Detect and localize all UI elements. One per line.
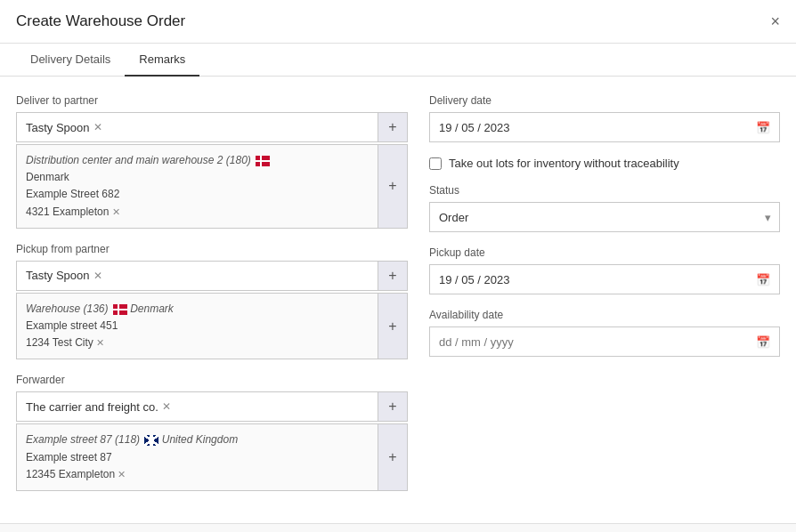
forwarder-tag: The carrier and freight co. ✕ (26, 400, 171, 414)
modal-header: Create Warehouse Order × (0, 0, 796, 44)
pickup-date-group: Pickup date 📅 (429, 246, 780, 294)
pickup-date-label: Pickup date (429, 246, 780, 259)
forwarder-address-street: Example street 87 (26, 449, 369, 466)
pickup-partner-label: Pickup from partner (16, 243, 408, 255)
forwarder-input-row: The carrier and freight co. ✕ + (16, 391, 408, 422)
pickup-address-remove[interactable]: ✕ (96, 337, 104, 348)
status-group: Status Order Draft Confirmed Delivered ▾ (429, 184, 780, 232)
availability-date-field[interactable] (439, 335, 756, 349)
delivery-date-input-wrapper[interactable]: 📅 (429, 112, 780, 142)
availability-date-label: Availability date (429, 309, 780, 321)
forwarder-name: The carrier and freight co. (26, 400, 158, 414)
pickup-date-input-wrapper[interactable]: 📅 (429, 264, 780, 294)
pickup-address-row: Warehouse (136) Denmark Example street 4… (16, 293, 408, 360)
delivery-date-field[interactable] (439, 121, 756, 134)
tab-delivery-details[interactable]: Delivery Details (16, 44, 125, 77)
forwarder-address-city: 12345 Exampleton ✕ (26, 466, 369, 483)
deliver-address-city: 4321 Exampleton ✕ (26, 204, 369, 221)
forwarder-address-remove[interactable]: ✕ (118, 469, 126, 480)
deliver-address-main: Distribution center and main warehouse 2… (26, 152, 369, 169)
pickup-partner-remove[interactable]: ✕ (93, 270, 102, 282)
deliver-partner-name: Tasty Spoon (26, 121, 90, 134)
deliver-partner-tag: Tasty Spoon ✕ (26, 121, 102, 134)
forwarder-label: Forwarder (16, 374, 408, 386)
pickup-address-main: Warehouse (136) Denmark (26, 301, 369, 318)
forwarder-address-main: Example street 87 (118) United Kingdom (26, 431, 369, 448)
pickup-from-partner-section: Pickup from partner Tasty Spoon ✕ + Ware… (16, 243, 408, 360)
modal-container: Create Warehouse Order × Delivery Detail… (0, 0, 796, 532)
forwarder-address-row: Example street 87 (118) United Kingdom E… (16, 423, 408, 491)
pickup-address-add-button[interactable]: + (378, 293, 408, 360)
takeout-lots-label: Take out lots for inventory without trac… (449, 157, 679, 170)
pickup-partner-tag: Tasty Spoon ✕ (26, 269, 102, 282)
pickup-address-box: Warehouse (136) Denmark Example street 4… (16, 293, 378, 360)
forwarder-address-box: Example street 87 (118) United Kingdom E… (16, 423, 378, 491)
deliver-partner-remove[interactable]: ✕ (93, 121, 102, 133)
deliver-partner-add-button[interactable]: + (378, 112, 408, 142)
pickup-date-field[interactable] (439, 273, 756, 286)
delivery-date-calendar-icon[interactable]: 📅 (756, 121, 770, 134)
pickup-flag-dk-icon (113, 304, 127, 315)
status-select-wrapper: Order Draft Confirmed Delivered ▾ (429, 202, 780, 232)
takeout-lots-row: Take out lots for inventory without trac… (429, 157, 780, 170)
pickup-partner-tag-input[interactable]: Tasty Spoon ✕ (16, 261, 378, 291)
availability-date-calendar-icon[interactable]: 📅 (756, 335, 770, 349)
deliver-flag-dk-icon (256, 156, 270, 166)
deliver-address-country: Denmark (26, 169, 369, 186)
tabs-bar: Delivery Details Remarks (0, 44, 796, 77)
delivery-date-group: Delivery date 📅 (429, 94, 780, 142)
status-select[interactable]: Order Draft Confirmed Delivered (429, 202, 780, 232)
availability-date-input-wrapper[interactable]: 📅 (429, 326, 780, 357)
pickup-address-city: 1234 Test City ✕ (26, 335, 369, 351)
modal-body: Deliver to partner Tasty Spoon ✕ + Distr… (0, 77, 796, 523)
right-column: Delivery date 📅 Take out lots for invent… (429, 94, 780, 505)
deliver-partner-input-row: Tasty Spoon ✕ + (16, 112, 408, 142)
deliver-address-remove[interactable]: ✕ (112, 206, 120, 217)
left-column: Deliver to partner Tasty Spoon ✕ + Distr… (16, 94, 408, 505)
close-button[interactable]: × (770, 13, 780, 29)
delivery-date-label: Delivery date (429, 94, 780, 107)
pickup-address-street: Example street 451 (26, 318, 369, 335)
modal-footer: 💾 Save (0, 523, 796, 532)
takeout-lots-checkbox[interactable] (429, 157, 442, 170)
deliver-address-add-button[interactable]: + (378, 144, 408, 229)
modal-title: Create Warehouse Order (16, 12, 185, 30)
deliver-to-partner-label: Deliver to partner (16, 94, 408, 107)
forwarder-add-button[interactable]: + (378, 391, 408, 422)
pickup-partner-name: Tasty Spoon (26, 269, 90, 282)
forwarder-remove[interactable]: ✕ (162, 400, 171, 413)
availability-date-group: Availability date 📅 (429, 309, 780, 357)
tab-remarks[interactable]: Remarks (125, 44, 199, 77)
pickup-date-calendar-icon[interactable]: 📅 (756, 273, 770, 286)
status-label: Status (429, 184, 780, 197)
forwarder-address-add-button[interactable]: + (378, 423, 408, 491)
forwarder-tag-input[interactable]: The carrier and freight co. ✕ (16, 391, 378, 422)
forwarder-flag-uk-icon (144, 435, 158, 446)
deliver-address-street: Example Street 682 (26, 186, 369, 203)
deliver-address-box: Distribution center and main warehouse 2… (16, 144, 378, 229)
forwarder-section: Forwarder The carrier and freight co. ✕ … (16, 374, 408, 491)
deliver-to-partner-section: Deliver to partner Tasty Spoon ✕ + Distr… (16, 94, 408, 229)
deliver-address-row: Distribution center and main warehouse 2… (16, 144, 408, 229)
pickup-partner-input-row: Tasty Spoon ✕ + (16, 261, 408, 291)
pickup-partner-add-button[interactable]: + (378, 261, 408, 291)
deliver-partner-tag-input[interactable]: Tasty Spoon ✕ (16, 112, 378, 142)
